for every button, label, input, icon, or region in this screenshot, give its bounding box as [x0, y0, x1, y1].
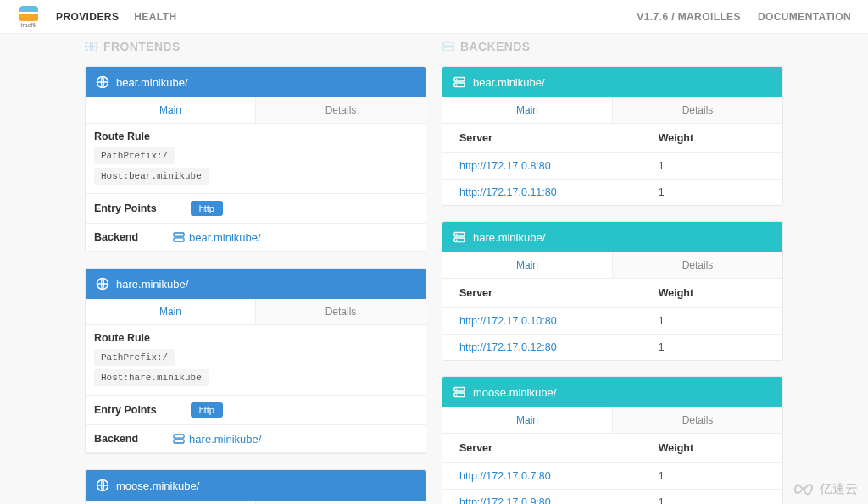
svg-rect-3 [174, 238, 184, 241]
backend-name: bear.minikube/ [473, 76, 545, 89]
route-rule-chip: Host:hare.minikube [94, 369, 209, 386]
svg-point-16 [456, 234, 458, 235]
frontend-panel-header: moose.minikube/ [86, 470, 426, 501]
server-url[interactable]: http://172.17.0.9:80 [459, 496, 659, 504]
backends-section-title: BACKENDS [442, 42, 783, 51]
nav-providers[interactable]: PROVIDERS [56, 11, 119, 23]
frontend-panel-header: bear.minikube/ [86, 67, 426, 97]
backend-panel: moose.minikube/ Main Details Server Weig… [442, 376, 783, 504]
server-url[interactable]: http://172.17.0.7:80 [459, 470, 659, 482]
server-weight: 1 [659, 496, 765, 504]
backend-link[interactable]: bear.minikube/ [172, 230, 261, 244]
backend-tabs: Main Details [442, 252, 782, 279]
entry-points-row: Entry Points http [86, 396, 426, 425]
route-rule-chip: PathPrefix:/ [94, 349, 175, 366]
tab-main[interactable]: Main [86, 299, 256, 324]
route-rule-field: Route Rule PathPrefix:/ Host:bear.miniku… [86, 124, 426, 194]
tab-main[interactable]: Main [442, 407, 613, 433]
tab-details[interactable]: Details [256, 299, 426, 324]
server-weight: 1 [659, 186, 765, 198]
server-table-header: Server Weight [442, 279, 782, 308]
nav-right: V1.7.6 / MAROILLES DOCUMENTATION [637, 11, 851, 23]
svg-point-20 [456, 389, 458, 390]
server-row: http://172.17.0.9:80 1 [442, 490, 782, 504]
frontend-name: bear.minikube/ [116, 76, 188, 89]
frontend-panel-header: hare.minikube/ [86, 269, 426, 299]
route-rule-label: Route Rule [94, 130, 417, 142]
route-rule-field: Route Rule PathPrefix:/ Host:hare.miniku… [86, 325, 426, 396]
tab-main[interactable]: Main [442, 97, 613, 123]
nav-left: traefik PROVIDERS HEALTH [17, 5, 176, 29]
frontend-name: moose.minikube/ [116, 479, 199, 492]
frontends-column: FRONTENDS bear.minikube/ Main Details Ro… [85, 42, 426, 504]
server-url[interactable]: http://172.17.0.10:80 [459, 315, 659, 327]
route-rule-chip: PathPrefix:/ [94, 147, 175, 164]
tab-details[interactable]: Details [256, 97, 426, 123]
server-weight: 1 [659, 160, 765, 172]
server-col-label: Server [459, 287, 659, 299]
server-row: http://172.17.0.7:80 1 [442, 463, 782, 490]
globe-icon [96, 75, 109, 89]
server-col-label: Server [459, 442, 659, 454]
svg-point-17 [456, 239, 458, 241]
backend-label: Backend [94, 231, 138, 243]
tab-details[interactable]: Details [613, 97, 782, 123]
server-weight: 1 [659, 315, 765, 327]
nav-version[interactable]: V1.7.6 / MAROILLES [637, 11, 741, 23]
route-rule-chip: Host:bear.minikube [94, 168, 209, 185]
server-row: http://172.17.0.10:80 1 [442, 308, 782, 335]
tab-main[interactable]: Main [86, 97, 256, 123]
traefik-logo-icon [19, 6, 38, 21]
globe-icon [96, 479, 109, 492]
traefik-logo[interactable]: traefik [17, 5, 41, 29]
weight-col-label: Weight [659, 442, 765, 454]
entry-points-label: Entry Points [94, 404, 157, 416]
frontend-body: Route Rule PathPrefix:/ Host:bear.miniku… [86, 124, 426, 252]
nav-health[interactable]: HEALTH [134, 11, 176, 23]
frontend-panel: bear.minikube/ Main Details Route Rule P… [85, 66, 426, 252]
svg-rect-2 [174, 233, 184, 236]
backend-body: Server Weight http://172.17.0.10:80 1 ht… [442, 279, 782, 360]
nav-documentation[interactable]: DOCUMENTATION [758, 11, 851, 23]
server-weight: 1 [659, 341, 765, 353]
main-navbar: traefik PROVIDERS HEALTH V1.7.6 / MAROIL… [0, 0, 868, 34]
tab-main[interactable]: Main [442, 252, 613, 278]
backends-column: BACKENDS bear.minikube/ Main Details Ser… [442, 42, 783, 504]
server-weight: 1 [659, 470, 765, 482]
frontend-panel: hare.minikube/ Main Details Route Rule P… [85, 268, 426, 454]
frontend-tabs: Main Details [86, 501, 426, 504]
frontends-section-title: FRONTENDS [85, 42, 426, 51]
backend-name: moose.minikube/ [473, 386, 556, 399]
backend-row: Backend bear.minikube/ [86, 224, 426, 252]
traefik-logo-text: traefik [20, 22, 36, 28]
tab-details[interactable]: Details [613, 252, 782, 278]
frontend-tabs: Main Details [86, 97, 426, 124]
server-icon [453, 385, 466, 399]
server-url[interactable]: http://172.17.0.8:80 [459, 160, 659, 172]
svg-point-13 [456, 84, 458, 86]
backend-body: Server Weight http://172.17.0.8:80 1 htt… [442, 124, 782, 205]
tab-details[interactable]: Details [256, 501, 426, 504]
globe-icon [85, 42, 98, 51]
weight-col-label: Weight [659, 132, 765, 144]
server-icon [172, 230, 186, 244]
tab-main[interactable]: Main [86, 501, 256, 504]
svg-point-21 [456, 394, 458, 396]
server-row: http://172.17.0.8:80 1 [442, 153, 782, 180]
backend-body: Server Weight http://172.17.0.7:80 1 htt… [442, 434, 782, 504]
server-icon [453, 75, 466, 89]
backend-link[interactable]: hare.minikube/ [172, 432, 261, 446]
backend-panel-header: hare.minikube/ [442, 222, 782, 252]
backend-panel: bear.minikube/ Main Details Server Weigh… [442, 66, 783, 206]
backend-tabs: Main Details [442, 407, 782, 434]
backend-panel: hare.minikube/ Main Details Server Weigh… [442, 221, 783, 361]
weight-col-label: Weight [659, 287, 765, 299]
server-url[interactable]: http://172.17.0.11:80 [459, 186, 659, 198]
http-badge: http [191, 201, 223, 216]
backend-label: Backend [94, 433, 138, 445]
backend-name: hare.minikube/ [473, 231, 545, 244]
tab-details[interactable]: Details [613, 407, 782, 433]
svg-rect-6 [174, 440, 184, 443]
server-url[interactable]: http://172.17.0.12:80 [459, 341, 659, 353]
server-icon [453, 230, 466, 244]
